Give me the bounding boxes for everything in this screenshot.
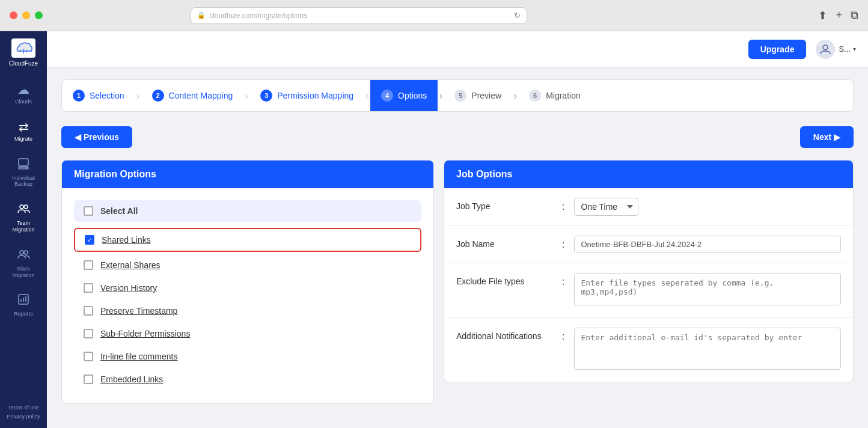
title-bar: 🔒 cloudfuze.com/migrate/options ↻ ⬆ + ⧉ (0, 0, 868, 31)
option-row-version-history: Version History (74, 277, 421, 299)
sidebar-logo: CloudFuze (9, 38, 38, 67)
step-arrow-2: › (243, 90, 249, 102)
step-content-mapping[interactable]: 2 Content Mapping (141, 80, 244, 111)
sidebar-item-reports[interactable]: Reports (3, 287, 44, 323)
sidebar-item-migrate[interactable]: ⇄ Migrate (3, 114, 44, 148)
url-bar[interactable]: 🔒 cloudfuze.com/migrate/options ↻ (191, 7, 527, 24)
migration-options-card: Migration Options Select All (61, 160, 434, 404)
sidebar-item-individual-backup[interactable]: Individual Backup (3, 151, 44, 194)
additional-notifications-value (574, 328, 841, 372)
sidebar-label-slack-migration: Slack Migration (7, 266, 40, 279)
sidebar-item-team-migration[interactable]: Team Migration (3, 196, 44, 239)
sidebar-footer: Terms of use Privacy policy (7, 403, 40, 421)
close-button[interactable] (10, 11, 17, 19)
step-permission-mapping[interactable]: 3 Permission Mapping (249, 80, 364, 111)
step-arrow-5: › (512, 90, 518, 102)
upgrade-button[interactable]: Upgrade (748, 40, 807, 59)
exclude-file-types-row: Exclude File types : (444, 263, 853, 318)
add-tab-icon[interactable]: + (836, 9, 842, 22)
share-icon[interactable]: ⬆ (818, 9, 827, 22)
maximize-button[interactable] (35, 11, 43, 19)
steps-bar: 1 Selection › 2 Content Mapping › 3 Perm… (61, 79, 854, 112)
option-label-inline-comments: In-line file comments (100, 352, 177, 361)
sidebar-item-slack-migration[interactable]: Slack Migration (3, 242, 44, 285)
option-row-preserve-timestamp: Preserve Timestamp (74, 300, 421, 322)
job-type-value: One Time Scheduled (574, 198, 841, 216)
option-row-select-all: Select All (74, 200, 421, 222)
step-number-2: 2 (152, 90, 164, 102)
checkbox-preserve-timestamp[interactable] (84, 306, 93, 316)
top-bar: Upgrade S... ▾ (47, 31, 868, 67)
step-selection[interactable]: 1 Selection (62, 80, 135, 111)
privacy-link[interactable]: Privacy policy (7, 412, 40, 421)
checkbox-select-all[interactable] (84, 206, 93, 216)
reload-icon[interactable]: ↻ (514, 11, 521, 20)
job-type-colon: : (562, 198, 564, 212)
step-arrow-3: › (364, 90, 370, 102)
option-row-embedded-links: Embedded Links (74, 368, 421, 390)
job-name-label: Job Name (456, 236, 552, 249)
job-type-select[interactable]: One Time Scheduled (574, 198, 638, 216)
two-column-layout: Migration Options Select All (61, 160, 854, 404)
svg-point-6 (20, 205, 23, 209)
step-number-4: 4 (381, 90, 393, 102)
svg-rect-3 (19, 159, 28, 166)
clouds-icon: ☁ (17, 82, 29, 97)
migration-options-header: Migration Options (62, 160, 433, 188)
window-actions: ⬆ + ⧉ (818, 9, 858, 22)
tab-overview-icon[interactable]: ⧉ (851, 9, 858, 22)
terms-link[interactable]: Terms of use (7, 403, 40, 412)
minimize-button[interactable] (22, 11, 30, 19)
step-migration[interactable]: 6 Migration (518, 80, 591, 111)
job-type-label: Job Type (456, 198, 552, 211)
checkbox-shared-links[interactable] (85, 235, 94, 245)
checkbox-version-history[interactable] (84, 283, 93, 293)
step-label-permission-mapping: Permission Mapping (277, 91, 353, 100)
url-text: cloudfuze.com/migrate/options (209, 11, 510, 20)
sidebar: CloudFuze ☁ Clouds ⇄ Migrate Individual … (0, 31, 47, 428)
job-name-input[interactable] (574, 236, 841, 253)
user-name: S... (839, 44, 851, 54)
migration-options-body: Select All Shared Links (62, 188, 433, 403)
user-chevron-icon[interactable]: ▾ (853, 46, 856, 52)
option-row-shared-links: Shared Links (75, 229, 420, 251)
previous-button[interactable]: ◀ Previous (61, 126, 132, 148)
option-label-external-shares: External Shares (100, 260, 160, 270)
job-options-column: Job Options Job Type : One Time Schedule… (444, 160, 854, 404)
job-options-header: Job Options (444, 160, 853, 188)
user-avatar (816, 40, 835, 59)
exclude-colon: : (562, 273, 564, 287)
team-migration-icon (17, 202, 30, 218)
option-label-version-history: Version History (100, 283, 157, 293)
step-number-1: 1 (73, 90, 85, 102)
job-options-card: Job Options Job Type : One Time Schedule… (444, 160, 854, 382)
option-row-inline-comments: In-line file comments (74, 346, 421, 367)
sidebar-item-clouds[interactable]: ☁ Clouds (3, 76, 44, 111)
lock-icon: 🔒 (197, 11, 206, 19)
reports-icon (17, 293, 30, 309)
option-label-select-all: Select All (100, 206, 138, 216)
step-number-6: 6 (529, 90, 541, 102)
checkbox-inline-comments[interactable] (84, 352, 93, 361)
step-preview[interactable]: 5 Preview (444, 80, 512, 111)
exclude-file-types-textarea[interactable] (574, 273, 841, 305)
migrate-icon: ⇄ (19, 120, 29, 134)
notifications-colon: : (562, 328, 564, 342)
option-row-sub-folder-permissions: Sub-Folder Permissions (74, 323, 421, 344)
job-name-value (574, 236, 841, 253)
checkbox-external-shares[interactable] (84, 260, 93, 270)
sidebar-label-individual-backup: Individual Backup (7, 175, 40, 188)
checkbox-embedded-links[interactable] (84, 374, 93, 384)
step-number-5: 5 (454, 90, 466, 102)
sidebar-label-clouds: Clouds (15, 99, 32, 105)
sidebar-label-reports: Reports (14, 311, 33, 317)
step-label-selection: Selection (90, 91, 124, 100)
checkbox-sub-folder-permissions[interactable] (84, 329, 93, 338)
step-options[interactable]: 4 Options (370, 80, 438, 111)
next-button[interactable]: Next ▶ (800, 126, 854, 148)
additional-notifications-textarea[interactable] (574, 328, 841, 370)
step-label-options: Options (398, 91, 427, 100)
step-number-3: 3 (260, 90, 272, 102)
step-arrow-4: › (438, 90, 444, 102)
additional-notifications-label: Additional Notifications (456, 328, 552, 341)
